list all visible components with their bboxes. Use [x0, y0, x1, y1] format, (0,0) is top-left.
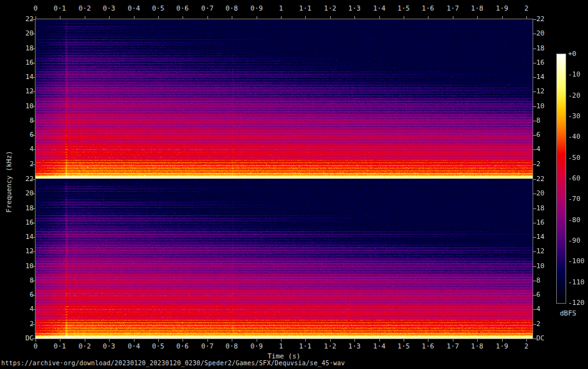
- y-tick-label: 8: [536, 116, 557, 124]
- y-tick-mark: [32, 91, 35, 92]
- y-tick-label: DC: [16, 334, 34, 342]
- x-tick-mark: [158, 339, 159, 342]
- x-tick-label: 0·2: [71, 342, 98, 350]
- x-tick-mark: [428, 16, 429, 19]
- x-tick-mark: [36, 339, 36, 342]
- y-tick-mark: [32, 194, 35, 194]
- y-tick-mark: [533, 63, 536, 63]
- y-tick-mark: [533, 49, 536, 49]
- y-tick-label: 4: [536, 305, 557, 313]
- y-tick-mark: [32, 63, 35, 63]
- y-tick-label: 6: [16, 291, 34, 299]
- x-tick-label: 1·2: [316, 4, 344, 12]
- x-tick-mark: [404, 339, 404, 342]
- x-tick-mark: [305, 339, 306, 342]
- y-tick-mark: [32, 251, 35, 252]
- y-tick-label: 20: [536, 189, 557, 197]
- x-tick-mark: [502, 16, 503, 19]
- y-tick-label: 8: [16, 116, 34, 124]
- y-tick-label: 10: [16, 102, 34, 110]
- x-tick-mark: [453, 16, 453, 19]
- x-tick-label: 0·3: [95, 4, 123, 12]
- y-tick-mark: [32, 77, 35, 78]
- x-tick-mark: [330, 16, 331, 19]
- y-tick-mark: [533, 34, 536, 34]
- colorbar-tick-label: -70: [568, 195, 581, 203]
- x-tick-label: 1·7: [439, 342, 467, 350]
- y-tick-label: 4: [16, 145, 34, 153]
- x-tick-mark: [502, 339, 503, 342]
- x-tick-mark: [207, 339, 208, 342]
- y-tick-label: 2: [16, 320, 34, 328]
- x-tick-mark: [85, 339, 85, 342]
- x-tick-label: 1·2: [316, 342, 344, 350]
- y-tick-label: 12: [536, 87, 557, 95]
- y-tick-mark: [32, 208, 35, 209]
- y-tick-label: 14: [16, 233, 34, 241]
- x-tick-mark: [109, 339, 110, 342]
- x-tick-mark: [60, 16, 60, 19]
- x-tick-label: 0: [22, 342, 49, 350]
- x-tick-label: 1: [267, 4, 295, 12]
- x-tick-label: 1: [267, 342, 295, 350]
- colorbar-tick-label: -50: [568, 154, 581, 162]
- y-tick-label: 4: [16, 305, 34, 313]
- x-tick-mark: [158, 16, 159, 19]
- spectrogram-figure: Time (s) Frequency (kHz) dBFS https://ar…: [0, 0, 588, 369]
- y-tick-mark: [533, 237, 536, 238]
- y-tick-mark: [32, 339, 35, 339]
- y-tick-mark: [533, 77, 536, 78]
- x-tick-mark: [453, 339, 453, 342]
- y-tick-label: 10: [536, 102, 557, 110]
- y-tick-label: 8: [536, 276, 557, 284]
- y-tick-mark: [533, 324, 536, 325]
- x-tick-mark: [85, 16, 85, 19]
- y-tick-label: 18: [16, 44, 34, 52]
- x-tick-mark: [354, 339, 355, 342]
- spectrogram-heatmap: [36, 19, 533, 339]
- x-tick-label: 0·6: [169, 4, 196, 12]
- colorbar-tick-label: -80: [568, 216, 581, 224]
- x-tick-label: 0·1: [46, 342, 74, 350]
- y-tick-label: 14: [536, 73, 557, 81]
- x-tick-label: 1·8: [463, 342, 491, 350]
- y-tick-mark: [32, 179, 35, 180]
- x-tick-label: 0·2: [71, 4, 98, 12]
- colorbar-tick-label: -110: [568, 278, 585, 286]
- x-tick-mark: [354, 16, 355, 19]
- y-tick-mark: [533, 121, 536, 121]
- y-tick-mark: [533, 135, 536, 136]
- x-tick-mark: [257, 16, 257, 19]
- y-tick-mark: [533, 106, 536, 107]
- x-tick-mark: [257, 339, 257, 342]
- y-tick-label: 16: [536, 58, 557, 67]
- y-tick-mark: [533, 295, 536, 296]
- x-tick-mark: [134, 16, 135, 19]
- x-tick-mark: [404, 16, 404, 19]
- x-tick-label: 0·7: [194, 4, 221, 12]
- y-tick-mark: [533, 223, 536, 223]
- y-tick-mark: [32, 164, 35, 165]
- y-tick-mark: [533, 208, 536, 209]
- x-tick-mark: [526, 339, 527, 342]
- x-tick-label: 1·6: [414, 4, 442, 12]
- x-tick-label: 1·8: [463, 4, 491, 12]
- x-tick-label: 0·1: [46, 4, 74, 12]
- y-tick-mark: [32, 149, 35, 150]
- colorbar-tick-label: -90: [568, 236, 581, 245]
- y-tick-mark: [533, 266, 536, 267]
- x-tick-mark: [207, 16, 208, 19]
- y-tick-label: 18: [536, 44, 557, 52]
- y-tick-label: 18: [16, 204, 34, 212]
- y-tick-label: 22: [16, 175, 34, 183]
- colorbar-tick-label: -40: [568, 133, 581, 141]
- y-tick-mark: [32, 49, 35, 49]
- x-tick-mark: [134, 339, 135, 342]
- colorbar-tick-label: -20: [568, 91, 581, 100]
- x-tick-mark: [60, 339, 60, 342]
- x-tick-mark: [428, 339, 429, 342]
- x-tick-label: 1·4: [366, 342, 393, 350]
- x-tick-label: 2: [513, 4, 540, 12]
- y-tick-label: 12: [536, 247, 557, 255]
- x-tick-label: 1·1: [292, 342, 319, 350]
